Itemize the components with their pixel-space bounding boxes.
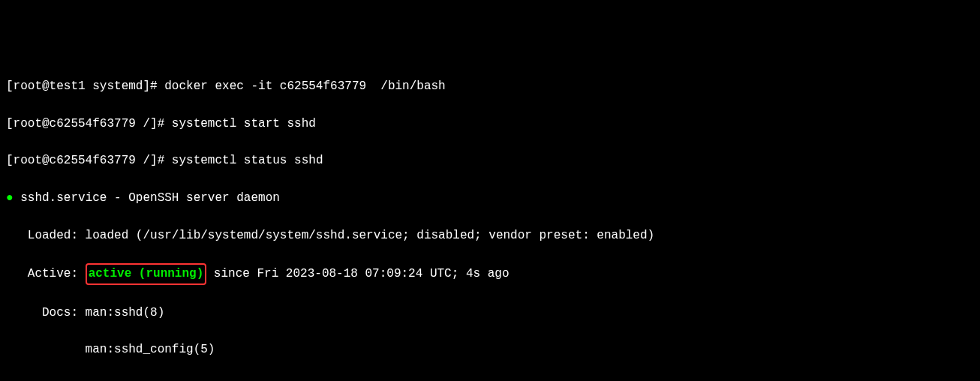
shell-command: systemctl status sshd [172,154,323,167]
status-unit-text: sshd.service - OpenSSH server daemon [14,191,280,205]
status-active-value: active (running) [89,267,204,280]
status-unit-line: ● sshd.service - OpenSSH server daemon [6,189,974,208]
status-active-label: Active: [6,267,86,280]
status-mainpid: Main PID: 37 (sshd) [6,378,974,381]
shell-prompt: [root@c62554f63779 /]# [6,117,172,130]
highlight-annotation: active (running) [86,263,207,285]
shell-prompt: [root@c62554f63779 /]# [6,154,172,167]
shell-command: docker exec -it c62554f63779 /bin/bash [164,80,445,93]
terminal-line: [root@test1 systemd]# docker exec -it c6… [6,77,974,96]
terminal-line: [root@c62554f63779 /]# systemctl status … [6,152,974,170]
status-loaded: Loaded: loaded (/usr/lib/systemd/system/… [6,226,974,245]
shell-command: systemctl start sshd [172,117,316,130]
status-active-line: Active: active (running) since Fri 2023-… [6,263,974,285]
status-docs: Docs: man:sshd(8) [6,304,974,322]
status-bullet-icon: ● [6,189,14,208]
status-active-since: since Fri 2023-08-18 07:09:24 UTC; 4s ag… [206,267,509,280]
status-docs: man:sshd_config(5) [6,340,974,359]
terminal-line: [root@c62554f63779 /]# systemctl start s… [6,115,974,134]
shell-prompt: [root@test1 systemd]# [6,80,164,93]
